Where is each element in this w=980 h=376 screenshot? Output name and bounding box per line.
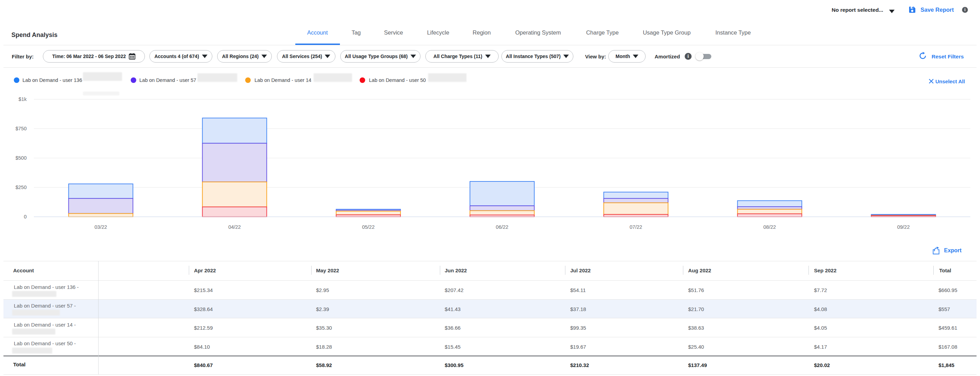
svg-text:$750: $750 <box>16 126 27 131</box>
svg-text:$250: $250 <box>16 184 27 190</box>
svg-text:06/22: 06/22 <box>496 224 508 230</box>
svg-text:$1k: $1k <box>19 97 27 102</box>
svg-text:03/22: 03/22 <box>94 224 107 230</box>
svg-text:$500: $500 <box>16 155 27 161</box>
svg-text:09/22: 09/22 <box>897 224 910 230</box>
svg-text:0: 0 <box>24 214 27 219</box>
svg-text:08/22: 08/22 <box>764 224 776 230</box>
svg-text:05/22: 05/22 <box>362 224 374 230</box>
svg-text:04/22: 04/22 <box>228 224 241 230</box>
svg-text:07/22: 07/22 <box>630 224 642 230</box>
